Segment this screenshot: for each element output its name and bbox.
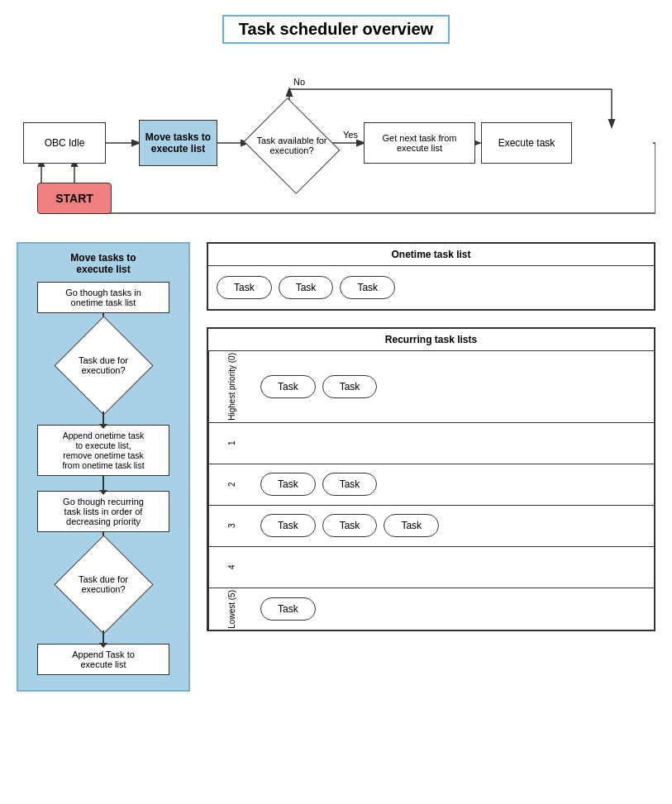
lf-step1: Go though tasks in onetime task list [37,282,169,313]
onetime-task-0: Task [217,276,272,299]
row-tasks-2: TaskTask [254,464,654,505]
recurring-row-1: 1 [208,423,654,464]
svg-text:No: No [293,77,305,87]
recurring-task-3-1: Task [322,514,378,537]
row-tasks-3: TaskTaskTask [254,506,654,546]
recurring-rows: Highest priority (0)TaskTask12TaskTask3T… [208,351,654,630]
left-flow-inner: Move tasks to execute list Go though tas… [17,242,190,692]
recurring-task-3-2: Task [384,514,439,537]
onetime-task-1: Task [279,276,334,299]
bottom-section: Move tasks to execute list Go though tas… [17,242,655,692]
row-tasks-0: TaskTask [254,351,654,422]
recurring-task-2-0: Task [260,473,316,496]
row-side-label-5: Lowest (5) [208,588,254,630]
lf-step2: Append onetime task to execute list, rem… [37,425,169,476]
recurring-header: Recurring task lists [208,329,654,351]
row-side-label-1: 1 [208,423,254,464]
recurring-task-0-1: Task [322,375,378,398]
row-side-label-2: 2 [208,464,254,505]
row-side-label-0: Highest priority (0) [208,351,254,422]
row-side-label-3: 3 [208,506,254,546]
onetime-task-2: Task [340,276,395,299]
move-tasks-box: Move tasks to execute list [139,120,217,166]
row-tasks-5: Task [254,588,654,630]
page-title: Task scheduler overview [0,15,672,44]
recurring-panel: Recurring task lists Highest priority (0… [207,327,655,631]
top-flowchart: Yes No OBC Idle Move tasks to execute li… [17,52,655,234]
recurring-row-2: 2TaskTask [208,464,654,506]
right-panels: Onetime task list TaskTaskTask Recurring… [207,242,655,692]
row-tasks-4 [254,547,654,588]
recurring-row-0: Highest priority (0)TaskTask [208,351,654,423]
onetime-panel: Onetime task list TaskTaskTask [207,242,655,311]
task-available-diamond: Task available for execution? [246,108,337,183]
recurring-row-4: 4 [208,547,654,588]
onetime-panel-title: Onetime task list [208,244,654,266]
onetime-panel-body: TaskTaskTask [208,266,654,309]
lf-step3: Go though recurring task lists in order … [37,491,169,532]
recurring-row-3: 3TaskTaskTask [208,506,654,547]
execute-task-box: Execute task [481,122,572,164]
lf-step4: Append Task to execute list [37,644,169,675]
get-next-task-box: Get next task from execute list [364,122,475,164]
recurring-task-3-0: Task [260,514,316,537]
recurring-task-5-0: Task [260,597,316,621]
svg-text:Yes: Yes [343,130,358,140]
recurring-task-2-1: Task [322,473,378,496]
row-side-label-4: 4 [208,547,254,588]
recurring-task-0-0: Task [260,375,316,398]
recurring-row-5: Lowest (5)Task [208,588,654,630]
start-box: START [37,183,112,214]
lf-title: Move tasks to execute list [70,252,136,275]
obc-idle-box: OBC Idle [23,122,106,164]
lf-diamond1: Task due for execution? [50,328,157,402]
left-flow-column: Move tasks to execute list Go though tas… [17,242,190,692]
recurring-content: Recurring task lists Highest priority (0… [208,329,654,630]
row-tasks-1 [254,423,654,464]
lf-diamond2: Task due for execution? [50,547,157,621]
